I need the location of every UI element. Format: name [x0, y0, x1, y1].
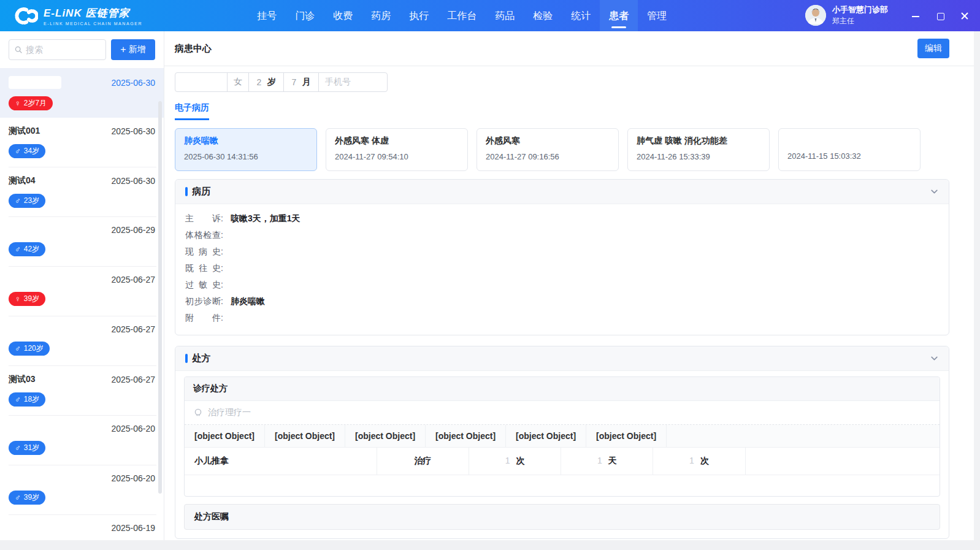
patient-list-item[interactable]: 2025-06-27 ♂ 120岁: [0, 316, 164, 366]
patient-age: 2岁7月: [24, 98, 47, 109]
chevron-down-icon[interactable]: [930, 354, 939, 363]
titlebar: E-LiNK 医链管家 E-LINK MEDICAL CHAIN MANAGER…: [0, 0, 980, 31]
phone-field[interactable]: 手机号: [318, 72, 388, 92]
nav-item[interactable]: 患者: [600, 0, 638, 31]
plus-icon: +: [120, 45, 126, 55]
field-value: 咳嗽3天，加重1天: [231, 213, 301, 223]
patient-name: 测试03: [9, 374, 36, 384]
add-patient-button[interactable]: + 新增: [111, 39, 155, 60]
patient-name: 测试001: [9, 126, 40, 136]
medical-record-header: 病历: [175, 180, 949, 204]
patient-age: 31岁: [24, 443, 39, 453]
nav-item[interactable]: 管理: [638, 0, 676, 31]
table-header-cell: [object Object]: [506, 425, 586, 447]
treatment-prescription-box: 诊疗处方 治疗理疗一 [object Object]: [184, 376, 940, 497]
app-window: E-LiNK 医链管家 E-LINK MEDICAL CHAIN MANAGER…: [0, 0, 980, 550]
search-input[interactable]: [26, 45, 100, 55]
record-card[interactable]: 外感风寒 2024-11-27 09:16:56: [477, 128, 619, 171]
main-content: 病患中心 编辑 女 2 岁 7: [164, 31, 980, 540]
therapy-group-row: 治疗理疗一: [185, 401, 940, 425]
gender-field[interactable]: 女: [227, 72, 249, 92]
gender-icon: ♂: [15, 147, 21, 156]
patient-age: 18岁: [24, 394, 39, 405]
gender-age-badge: ♀ 39岁: [9, 292, 45, 306]
age-field[interactable]: 2 岁: [248, 72, 284, 92]
window-controls: [911, 12, 969, 20]
visit-date: 2025-06-30: [111, 176, 155, 186]
patient-list-item[interactable]: 2025-06-30 ♀ 2岁7月: [0, 68, 164, 118]
page-title: 病患中心: [175, 43, 212, 55]
nav-item[interactable]: 工作台: [438, 0, 486, 31]
prescription-advice-box: 处方医嘱: [184, 504, 940, 530]
patient-list-item[interactable]: 2025-06-29 ♂ 42岁: [0, 217, 164, 267]
record-time: 2024-11-15 15:03:32: [787, 151, 911, 161]
logo-mark-icon: [11, 7, 38, 25]
nav-item[interactable]: 收费: [324, 0, 362, 31]
record-time: 2024-11-27 09:54:10: [335, 152, 459, 161]
month-field[interactable]: 7 月: [283, 72, 319, 92]
gender-age-badge: ♂ 18岁: [9, 392, 45, 407]
patient-list-item[interactable]: 2025-06-27 ♀ 39岁: [0, 267, 164, 316]
table-header-row: [object Object] [object Object] [object …: [185, 425, 940, 448]
nav-item[interactable]: 药品: [486, 0, 524, 31]
therapy-group-name: 治疗理疗一: [208, 407, 251, 418]
gender-icon: ♂: [15, 493, 21, 502]
record-field-row: 附件:: [185, 313, 939, 323]
edit-button[interactable]: 编辑: [917, 39, 949, 58]
patient-list: 2025-06-30 ♀ 2岁7月 测试001: [0, 68, 164, 540]
field-label: 既往史: [185, 263, 221, 273]
patient-age: 39岁: [24, 492, 39, 503]
gender-icon: ♂: [15, 395, 21, 404]
brand-name: E-LiNK 医链管家: [44, 6, 142, 20]
patient-age: 120岁: [24, 343, 44, 354]
item-name-cell: 小儿推拿: [185, 448, 377, 475]
patient-list-item[interactable]: 测试04 2025-06-30 ♂ 23岁: [0, 167, 164, 217]
nav-item[interactable]: 统计: [562, 0, 600, 31]
table-header-cell: [object Object]: [345, 425, 426, 447]
redacted-name-block: [9, 76, 61, 89]
record-field-row: 初步诊断:肺炎喘嗽: [185, 296, 939, 306]
record-card[interactable]: 肺炎喘嗽 2025-06-30 14:31:56: [175, 128, 317, 171]
gender-icon: ♀: [15, 99, 21, 108]
visit-date: 2025-06-19: [111, 523, 155, 533]
patient-list-item[interactable]: 测试001 2025-06-30 ♂ 34岁: [0, 118, 164, 167]
nav-item[interactable]: 挂号: [248, 0, 286, 31]
per-day-cell: 1次: [469, 448, 561, 475]
record-card[interactable]: 2024-11-15 15:03:32: [778, 128, 921, 171]
tab-electronic-record[interactable]: 电子病历: [175, 102, 209, 120]
close-icon[interactable]: [960, 12, 969, 20]
record-field-row: 过敏史:: [185, 280, 939, 289]
nav-item[interactable]: 检验: [524, 0, 562, 31]
nav-item[interactable]: 门诊: [286, 0, 324, 31]
nav-item[interactable]: 执行: [400, 0, 438, 31]
visit-date: 2025-06-20: [111, 473, 155, 483]
name-field[interactable]: [175, 72, 228, 92]
patient-age: 34岁: [24, 146, 39, 156]
visit-date: 2025-06-27: [111, 375, 155, 384]
chevron-down-icon[interactable]: [930, 187, 939, 196]
patient-list-item[interactable]: 2025-06-20 ♂ 39岁: [0, 465, 164, 515]
gender-icon: ♂: [15, 245, 21, 254]
main-nav: 挂号 门诊 收费 药房 执行 工作台: [248, 0, 676, 31]
medical-record-panel: 病历 主诉:咳嗽3天，加重1天 体格检查:: [175, 179, 949, 335]
note-cell: [746, 448, 940, 475]
field-label: 主诉: [185, 213, 221, 223]
minimize-icon[interactable]: [911, 12, 920, 20]
maximize-icon[interactable]: [936, 12, 944, 20]
window-bottom-strip: [0, 540, 980, 550]
search-box[interactable]: [9, 39, 106, 60]
page-header: 病患中心 编辑: [164, 31, 974, 66]
scrollbar-thumb[interactable]: [158, 101, 162, 494]
field-label: 初步诊断: [185, 296, 221, 306]
visit-date: 2025-06-30: [111, 78, 155, 88]
patient-list-item[interactable]: 2025-06-20 ♂ 31岁: [0, 416, 164, 465]
search-icon: [15, 45, 22, 54]
user-info[interactable]: 小手智慧门诊部 郑主任: [805, 5, 888, 26]
nav-item[interactable]: 药房: [362, 0, 400, 31]
patient-sidebar: + 新增 2025-06-30 ♀: [0, 31, 164, 540]
patient-age: 42岁: [24, 244, 39, 254]
patient-list-item[interactable]: 2025-06-19: [0, 515, 164, 540]
patient-list-item[interactable]: 测试03 2025-06-27 ♂ 18岁: [0, 366, 164, 416]
record-card[interactable]: 外感风寒 体虚 2024-11-27 09:54:10: [326, 128, 468, 171]
record-card[interactable]: 肺气虚 咳嗽 消化功能差 2024-11-26 15:33:39: [627, 128, 770, 171]
